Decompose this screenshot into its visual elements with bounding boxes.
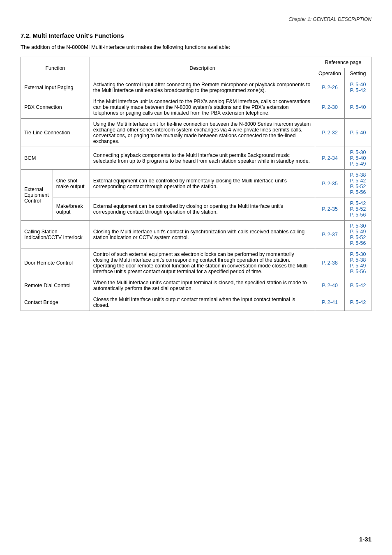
functions-table: Function Description Reference page Oper… — [21, 57, 371, 311]
operation-header: Operation — [315, 68, 345, 79]
setting-header: Setting — [345, 68, 371, 79]
description-cell: Closing the Multi interface unit's conta… — [90, 221, 315, 249]
setting-cell: P. 5-42 — [345, 277, 371, 294]
intro-text: The addition of the N-8000MI Multi-inter… — [21, 44, 371, 50]
description-cell: Closes the Multi interface unit's output… — [90, 294, 315, 311]
table-row: Contact BridgeCloses the Multi interface… — [21, 294, 371, 311]
sub-function-cell: Make/break output — [53, 198, 90, 221]
table-row: Door Remote ControlControl of such exter… — [21, 249, 371, 277]
description-cell: External equipment can be controlled by … — [90, 170, 315, 198]
section-title: 7.2. Multi Interface Unit's Functions — [21, 32, 371, 39]
operation-cell: P. 2-35 — [315, 170, 345, 198]
setting-cell: P. 5-42P. 5-52P. 5-56 — [345, 198, 371, 221]
operation-cell: P. 2-34 — [315, 147, 345, 170]
function-cell: Contact Bridge — [21, 294, 90, 311]
setting-cell: P. 5-40 — [345, 96, 371, 119]
description-cell: If the Multi interface unit is connected… — [90, 96, 315, 119]
function-cell: PBX Connection — [21, 96, 90, 119]
function-cell: Tie-Line Connection — [21, 119, 90, 147]
operation-cell: P. 2-32 — [315, 119, 345, 147]
function-cell: BGM — [21, 147, 90, 170]
operation-cell: P. 2-35 — [315, 198, 345, 221]
table-row: Make/break outputExternal equipment can … — [21, 198, 371, 221]
function-cell: ExternalEquipmentControl — [21, 170, 53, 221]
function-cell: Remote Dial Control — [21, 277, 90, 294]
description-cell: When the Multi interface unit's contact … — [90, 277, 315, 294]
operation-cell: P. 2-37 — [315, 221, 345, 249]
description-cell: Connecting playback components to the Mu… — [90, 147, 315, 170]
setting-cell: P. 5-30P. 5-49P. 5-52P. 5-56 — [345, 221, 371, 249]
function-header: Function — [21, 57, 90, 79]
description-cell: Activating the control input after conne… — [90, 79, 315, 96]
setting-cell: P. 5-30P. 5-38P. 5-49P. 5-56 — [345, 249, 371, 277]
chapter-header: Chapter 1: GENERAL DESCRIPTION — [21, 16, 371, 22]
description-cell: External equipment can be controlled by … — [90, 198, 315, 221]
operation-cell: P. 2-30 — [315, 96, 345, 119]
operation-cell: P. 2-41 — [315, 294, 345, 311]
table-row: Tie-Line ConnectionUsing the Multi inter… — [21, 119, 371, 147]
table-row: PBX ConnectionIf the Multi interface uni… — [21, 96, 371, 119]
setting-cell: P. 5-40 — [345, 119, 371, 147]
setting-cell: P. 5-38P. 5-42P. 5-52P. 5-56 — [345, 170, 371, 198]
table-row: BGMConnecting playback components to the… — [21, 147, 371, 170]
table-row: Remote Dial ControlWhen the Multi interf… — [21, 277, 371, 294]
page-number: 1-31 — [359, 536, 371, 543]
function-cell: Calling StationIndication/CCTV Interlock — [21, 221, 90, 249]
description-cell: Using the Multi interface unit for tie-l… — [90, 119, 315, 147]
ref-page-header: Reference page — [315, 57, 371, 68]
table-row: Calling StationIndication/CCTV Interlock… — [21, 221, 371, 249]
operation-cell: P. 2-38 — [315, 249, 345, 277]
setting-cell: P. 5-40P. 5-42 — [345, 79, 371, 96]
table-row: External Input PagingActivating the cont… — [21, 79, 371, 96]
setting-cell: P. 5-42 — [345, 294, 371, 311]
table-row: ExternalEquipmentControlOne-shot make ou… — [21, 170, 371, 198]
operation-cell: P. 2-26 — [315, 79, 345, 96]
setting-cell: P. 5-30P. 5-40P. 5-49 — [345, 147, 371, 170]
table-header-row: Function Description Reference page — [21, 57, 371, 68]
description-header: Description — [90, 57, 315, 79]
function-cell: External Input Paging — [21, 79, 90, 96]
description-cell: Control of such external equipment as el… — [90, 249, 315, 277]
operation-cell: P. 2-40 — [315, 277, 345, 294]
sub-function-cell: One-shot make output — [53, 170, 90, 198]
function-cell: Door Remote Control — [21, 249, 90, 277]
